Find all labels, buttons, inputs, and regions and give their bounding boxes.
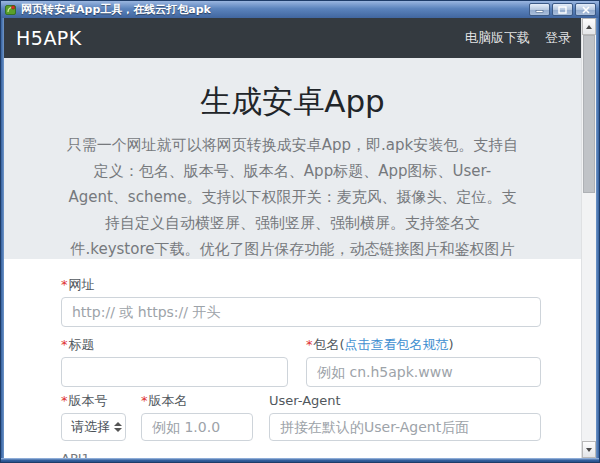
window-controls	[529, 3, 596, 16]
package-label: *包名(点击查看包名规范)	[306, 337, 541, 353]
required-marker: *	[61, 393, 68, 408]
app-favicon	[5, 4, 16, 15]
scrollbar-thumb[interactable]	[583, 35, 595, 193]
nav-link-pc-download[interactable]: 电脑版下载	[465, 29, 530, 47]
scroll-down-icon	[586, 448, 592, 452]
user-agent-label-text: User-Agent	[269, 393, 341, 408]
package-spec-link[interactable]: 点击查看包名规范	[345, 337, 449, 352]
window-title: 网页转安卓App工具，在线云打包apk	[21, 1, 211, 18]
maximize-icon	[558, 6, 567, 14]
select-updown-icon	[114, 422, 122, 432]
url-label-text: 网址	[69, 277, 95, 292]
brand-logo[interactable]: H5APK	[16, 27, 82, 49]
app-window: 网页转安卓App工具，在线云打包apk H5APK 电脑版下载 登录 生成安卓A…	[0, 0, 600, 463]
navbar: H5APK 电脑版下载 登录	[4, 18, 581, 58]
user-agent-group: User-Agent	[269, 393, 541, 441]
required-marker: *	[61, 337, 68, 352]
package-input[interactable]	[306, 357, 541, 387]
version-name-group: *版本名	[141, 393, 253, 441]
close-button[interactable]	[575, 3, 596, 16]
form-section: *网址 *标题 *包名(点击查看包名规范)	[4, 259, 581, 458]
user-agent-label: User-Agent	[269, 393, 541, 409]
version-name-label-text: 版本名	[149, 393, 188, 408]
nav-link-login[interactable]: 登录	[545, 29, 571, 47]
form-row-2: *标题 *包名(点击查看包名规范)	[61, 337, 541, 387]
nav-links: 电脑版下载 登录	[465, 29, 571, 47]
version-code-group: *版本号 请选择	[61, 393, 126, 441]
version-code-label: *版本号	[61, 393, 126, 409]
title-field-group: *标题	[61, 337, 288, 387]
window-border-right	[596, 18, 599, 458]
scroll-up-icon	[586, 25, 592, 29]
title-input[interactable]	[61, 357, 288, 387]
version-code-label-text: 版本号	[69, 393, 108, 408]
form-row-3: *版本号 请选择 *版本名	[61, 393, 541, 441]
maximize-button[interactable]	[552, 3, 573, 16]
user-agent-input[interactable]	[269, 413, 541, 441]
minimize-button[interactable]	[529, 3, 550, 16]
close-icon	[582, 6, 590, 14]
hero-section: 生成安卓App 只需一个网址就可以将网页转换成安卓App，即.apk安装包。支持…	[4, 58, 581, 259]
version-name-input[interactable]	[141, 413, 253, 441]
version-name-label: *版本名	[141, 393, 253, 409]
version-code-selected-value: 请选择	[71, 418, 110, 436]
package-field-group: *包名(点击查看包名规范)	[306, 337, 541, 387]
title-label-text: 标题	[69, 337, 95, 352]
url-input[interactable]	[61, 297, 541, 327]
required-marker: *	[141, 393, 148, 408]
api-section-label: API1	[61, 451, 541, 458]
vertical-scrollbar[interactable]	[581, 18, 596, 458]
window-border-bottom	[1, 458, 599, 462]
window-titlebar[interactable]: 网页转安卓App工具，在线云打包apk	[1, 1, 599, 18]
page-title: 生成安卓App	[4, 84, 581, 120]
title-label: *标题	[61, 337, 288, 353]
url-label: *网址	[61, 277, 541, 293]
version-code-select[interactable]: 请选择	[61, 413, 126, 441]
minimize-icon	[535, 6, 544, 13]
package-label-suffix: )	[449, 337, 454, 352]
package-label-prefix: 包名(	[314, 337, 345, 352]
required-marker: *	[61, 277, 68, 292]
form-container: *网址 *标题 *包名(点击查看包名规范)	[61, 259, 541, 458]
scroll-up-button[interactable]	[582, 18, 596, 35]
scroll-down-button[interactable]	[582, 441, 596, 458]
required-marker: *	[306, 337, 313, 352]
